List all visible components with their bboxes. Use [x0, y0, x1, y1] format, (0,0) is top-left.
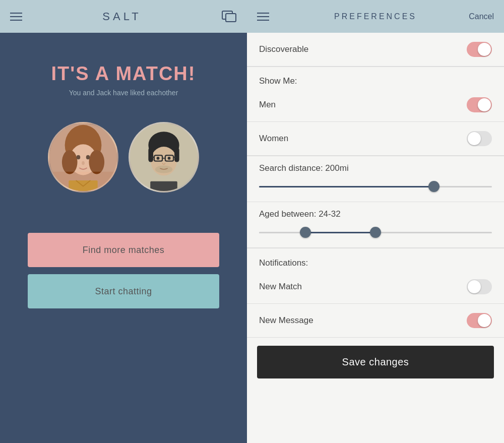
action-buttons: Find more matches Start chatting: [28, 233, 219, 308]
men-toggle[interactable]: [467, 97, 492, 112]
svg-point-23: [157, 157, 160, 160]
discoverable-row: Discoverable: [247, 33, 504, 67]
preferences-content: Discoverable Show Me: Men Women Search d…: [247, 33, 504, 443]
save-button-container: Save changes: [247, 338, 504, 389]
women-label: Women: [259, 134, 288, 144]
age-slider[interactable]: [259, 227, 492, 237]
new-message-label: New Message: [259, 315, 313, 326]
avatar-female: [48, 122, 118, 193]
save-changes-button[interactable]: Save changes: [257, 346, 494, 378]
match-subtitle: You and Jack have liked eachother: [69, 89, 178, 97]
discoverable-toggle-knob: [478, 43, 491, 56]
age-track: [259, 232, 492, 233]
find-matches-button[interactable]: Find more matches: [28, 233, 219, 267]
women-toggle[interactable]: [467, 131, 492, 146]
svg-rect-11: [49, 123, 117, 172]
svg-rect-1: [226, 14, 236, 22]
cancel-button[interactable]: Cancel: [469, 12, 494, 21]
right-header: PREFERENCES Cancel: [247, 0, 504, 33]
left-panel: SALT IT'S A MATCH! You and Jack have lik…: [0, 0, 247, 443]
search-distance-section: Search distance: 200mi: [247, 156, 504, 202]
age-section: Aged between: 24-32: [247, 202, 504, 248]
match-section: IT'S A MATCH! You and Jack have liked ea…: [51, 63, 196, 97]
preferences-title: PREFERENCES: [334, 12, 417, 21]
svg-rect-17: [174, 148, 179, 162]
avatars-row: [48, 122, 199, 193]
men-label: Men: [259, 100, 276, 110]
discoverable-toggle[interactable]: [467, 42, 492, 57]
new-match-label: New Match: [259, 282, 302, 292]
left-header: SALT: [0, 0, 247, 33]
men-toggle-knob: [478, 98, 491, 111]
svg-point-24: [168, 157, 171, 160]
right-panel: PREFERENCES Cancel Discoverable Show Me:…: [247, 0, 504, 443]
chat-icon[interactable]: [222, 11, 237, 23]
search-distance-track: [259, 186, 492, 187]
new-message-toggle-knob: [478, 314, 491, 327]
start-chatting-button[interactable]: Start chatting: [28, 274, 219, 308]
svg-rect-16: [148, 148, 153, 162]
show-me-label: Show Me:: [247, 67, 504, 88]
svg-rect-26: [150, 181, 177, 191]
avatar-male: [129, 122, 199, 193]
menu-icon-right[interactable]: [257, 13, 269, 21]
app-title: SALT: [102, 10, 141, 23]
aged-between-label: Aged between: 24-32: [259, 209, 492, 219]
search-distance-thumb[interactable]: [428, 181, 439, 192]
age-fill-middle: [305, 232, 375, 233]
new-match-row: New Match: [247, 270, 504, 304]
menu-icon-left[interactable]: [10, 13, 22, 21]
search-distance-fill: [259, 186, 434, 187]
age-fill-left: [259, 232, 305, 233]
men-row: Men: [247, 88, 504, 122]
new-match-toggle-knob: [468, 280, 481, 293]
notifications-label: Notifications:: [259, 258, 308, 268]
women-row: Women: [247, 122, 504, 156]
new-match-toggle[interactable]: [467, 279, 492, 294]
new-message-row: New Message: [247, 304, 504, 338]
search-distance-slider[interactable]: [259, 181, 492, 192]
age-thumb-max[interactable]: [370, 227, 381, 238]
age-thumb-min[interactable]: [300, 227, 311, 238]
new-message-toggle[interactable]: [467, 313, 492, 328]
match-title: IT'S A MATCH!: [51, 63, 196, 85]
discoverable-label: Discoverable: [259, 44, 308, 54]
search-distance-label: Search distance: 200mi: [259, 163, 492, 173]
women-toggle-knob: [468, 132, 481, 145]
notifications-section-label: Notifications:: [247, 248, 504, 270]
